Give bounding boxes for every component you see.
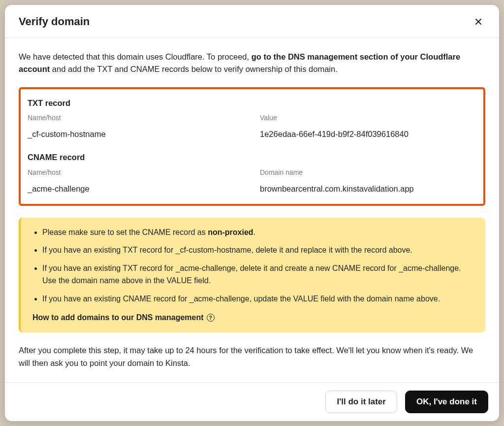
cname-record-row: Name/host _acme-challenge Domain name br… bbox=[28, 167, 476, 195]
cname-name-label: Name/host bbox=[28, 167, 244, 178]
modal-title: Verify domain bbox=[19, 15, 90, 28]
warning-item-3: If you have an existing TXT record for _… bbox=[42, 262, 474, 287]
cname-value-col: Domain name brownbearcentral.com.kinstav… bbox=[260, 167, 476, 195]
txt-value-col: Value 1e26edaa-66ef-419d-b9f2-84f0396168… bbox=[260, 113, 476, 140]
help-link-text: How to add domains to our DNS management bbox=[32, 312, 204, 324]
txt-value-label: Value bbox=[260, 113, 476, 123]
warning-box: Please make sure to set the CNAME record… bbox=[19, 218, 485, 333]
after-text: After you complete this step, it may tak… bbox=[19, 344, 485, 369]
warning-item-1: Please make sure to set the CNAME record… bbox=[42, 227, 474, 239]
txt-name-col: Name/host _cf-custom-hostname bbox=[28, 113, 244, 140]
help-link[interactable]: How to add domains to our DNS management… bbox=[26, 312, 474, 324]
intro-text: We have detected that this domain uses C… bbox=[19, 51, 485, 75]
cname-value-label: Domain name bbox=[260, 167, 476, 178]
modal-backdrop: Verify domain We have detected that this… bbox=[0, 0, 504, 426]
cname-value-value: brownbearcentral.com.kinstavalidation.ap… bbox=[260, 183, 476, 195]
modal-body: We have detected that this domain uses C… bbox=[5, 38, 499, 382]
verify-domain-modal: Verify domain We have detected that this… bbox=[5, 5, 499, 421]
warn1-bold: non-proxied bbox=[208, 228, 253, 236]
modal-footer: I'll do it later OK, I've done it bbox=[5, 382, 499, 421]
help-icon: ? bbox=[207, 314, 215, 322]
later-button[interactable]: I'll do it later bbox=[325, 391, 397, 413]
cname-name-col: Name/host _acme-challenge bbox=[28, 167, 244, 195]
cname-name-value: _acme-challenge bbox=[28, 183, 244, 195]
warn1-pre: Please make sure to set the CNAME record… bbox=[42, 228, 208, 236]
warning-item-4: If you have an existing CNAME record for… bbox=[42, 293, 474, 305]
txt-name-label: Name/host bbox=[28, 113, 244, 123]
close-icon bbox=[474, 18, 482, 26]
close-button[interactable] bbox=[472, 15, 485, 29]
warning-item-2: If you have an existing TXT record for _… bbox=[42, 244, 474, 257]
txt-record-heading: TXT record bbox=[28, 97, 476, 109]
done-button[interactable]: OK, I've done it bbox=[405, 391, 488, 413]
dns-records-box: TXT record Name/host _cf-custom-hostname… bbox=[19, 87, 485, 206]
txt-value-value: 1e26edaa-66ef-419d-b9f2-84f039616840 bbox=[260, 128, 476, 140]
modal-header: Verify domain bbox=[5, 5, 499, 38]
txt-record-row: Name/host _cf-custom-hostname Value 1e26… bbox=[28, 113, 476, 140]
warning-list: Please make sure to set the CNAME record… bbox=[26, 227, 474, 305]
intro-part1: We have detected that this domain uses C… bbox=[19, 52, 252, 61]
cname-record-heading: CNAME record bbox=[28, 151, 476, 164]
txt-name-value: _cf-custom-hostname bbox=[28, 128, 244, 140]
intro-part2: and add the TXT and CNAME records below … bbox=[50, 65, 338, 73]
warn1-post: . bbox=[253, 228, 255, 236]
